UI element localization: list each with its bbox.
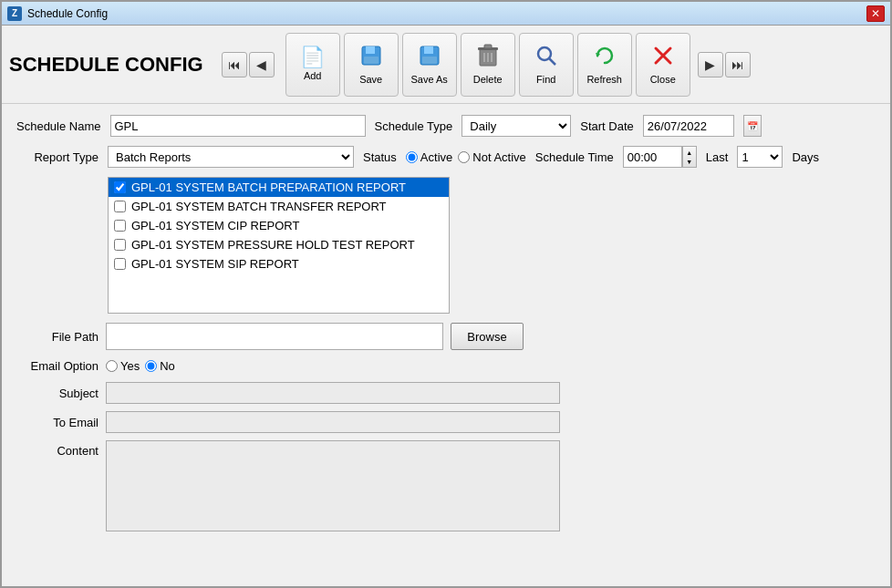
start-date-input[interactable] [643, 115, 734, 137]
svg-point-12 [538, 47, 551, 60]
svg-rect-5 [422, 57, 437, 64]
list-item[interactable]: GPL-01 SYSTEM BATCH PREPARATION REPORT [109, 178, 449, 197]
report-checkbox-1[interactable] [114, 181, 126, 193]
nav-right: ▶ ⏭ [698, 52, 751, 77]
report-checkbox-3[interactable] [114, 220, 126, 232]
date-picker-button[interactable]: 📅 [743, 115, 762, 137]
svg-line-13 [549, 58, 555, 65]
subject-input[interactable] [106, 382, 560, 404]
report-label-5: GPL-01 SYSTEM SIP REPORT [131, 257, 299, 271]
close-icon [651, 44, 675, 71]
status-not-active-radio[interactable] [458, 151, 470, 163]
prev-button[interactable]: ◀ [249, 52, 275, 77]
email-yes-radio[interactable] [106, 360, 118, 372]
email-yes-label[interactable]: Yes [106, 359, 140, 373]
svg-rect-4 [424, 46, 433, 54]
report-list[interactable]: GPL-01 SYSTEM BATCH PREPARATION REPORT G… [108, 177, 450, 314]
svg-rect-1 [366, 46, 375, 54]
status-active-radio[interactable] [406, 151, 418, 163]
schedule-type-select[interactable]: Daily Weekly Monthly [462, 115, 571, 137]
report-type-select[interactable]: Batch Reports [108, 146, 354, 168]
svg-marker-14 [596, 53, 600, 57]
last-label: Last [706, 150, 729, 164]
main-window: Z Schedule Config ✕ SCHEDULE CONFIG ⏮ ◀ … [0, 0, 892, 588]
svg-rect-8 [484, 45, 492, 48]
report-label-1: GPL-01 SYSTEM BATCH PREPARATION REPORT [131, 181, 406, 194]
subject-label: Subject [16, 387, 99, 400]
schedule-time-wrapper: ▲ ▼ [623, 146, 697, 168]
list-item[interactable]: GPL-01 SYSTEM BATCH TRANSFER REPORT [109, 197, 449, 216]
time-spinner[interactable]: ▲ ▼ [682, 146, 697, 168]
status-active-label[interactable]: Active [406, 150, 452, 164]
content-row: Content [16, 440, 876, 531]
to-email-label: To Email [16, 416, 99, 429]
delete-label: Delete [473, 74, 503, 85]
report-label-2: GPL-01 SYSTEM BATCH TRANSFER REPORT [131, 200, 387, 213]
subject-row: Subject [16, 382, 876, 404]
status-label: Status [363, 150, 397, 164]
report-checkbox-4[interactable] [114, 239, 126, 251]
refresh-icon [593, 44, 617, 71]
report-label-4: GPL-01 SYSTEM PRESSURE HOLD TEST REPORT [131, 238, 415, 252]
email-option-row: Email Option Yes No [16, 359, 876, 373]
file-path-row: File Path Browse [16, 323, 876, 350]
schedule-name-label: Schedule Name [16, 119, 101, 133]
status-radio-group: Active Not Active [406, 150, 526, 164]
browse-button[interactable]: Browse [451, 323, 524, 350]
file-path-input[interactable] [106, 323, 443, 350]
status-not-active-label[interactable]: Not Active [458, 150, 526, 164]
report-checkbox-2[interactable] [114, 201, 126, 212]
toolbar: SCHEDULE CONFIG ⏮ ◀ 📄 Add Save [2, 26, 890, 104]
start-date-label: Start Date [580, 119, 634, 133]
title-bar: Z Schedule Config ✕ [2, 2, 890, 26]
last-select[interactable]: 1 2 3 7 14 30 [737, 146, 783, 168]
schedule-time-input[interactable] [623, 146, 682, 168]
email-radio-group: Yes No [106, 359, 175, 373]
schedule-time-label: Schedule Time [535, 150, 614, 164]
window-close-button[interactable]: ✕ [866, 5, 885, 22]
save-label: Save [359, 74, 382, 85]
email-form-section: Subject To Email Content [16, 382, 876, 531]
days-label: Days [792, 150, 819, 164]
close-label: Close [650, 74, 676, 85]
to-email-row: To Email [16, 411, 876, 433]
close-button[interactable]: Close [636, 33, 690, 97]
report-label-3: GPL-01 SYSTEM CIP REPORT [131, 219, 299, 232]
add-button[interactable]: 📄 Add [285, 33, 340, 97]
last-button[interactable]: ⏭ [725, 52, 751, 77]
schedule-name-input[interactable] [110, 115, 366, 137]
saveas-label: Save As [411, 74, 448, 85]
to-email-input[interactable] [106, 411, 560, 433]
report-checkbox-5[interactable] [114, 258, 126, 270]
file-path-label: File Path [16, 330, 99, 344]
main-content: Schedule Name Schedule Type Daily Weekly… [2, 104, 890, 586]
refresh-button[interactable]: Refresh [577, 33, 632, 97]
email-no-radio[interactable] [145, 360, 157, 372]
nav-left: ⏮ ◀ [222, 52, 275, 77]
email-no-label[interactable]: No [145, 359, 175, 373]
svg-rect-2 [364, 57, 379, 64]
add-label: Add [304, 70, 322, 81]
find-icon [534, 44, 558, 71]
report-type-label: Report Type [16, 150, 99, 164]
first-button[interactable]: ⏮ [222, 52, 247, 77]
save-button[interactable]: Save [344, 33, 399, 97]
title-bar-left: Z Schedule Config [7, 6, 108, 21]
add-icon: 📄 [300, 47, 325, 67]
page-title: SCHEDULE CONFIG [9, 53, 203, 77]
saveas-button[interactable]: Save As [402, 33, 457, 97]
find-button[interactable]: Find [519, 33, 574, 97]
save-icon [359, 44, 383, 71]
window-title: Schedule Config [27, 7, 108, 20]
list-item[interactable]: GPL-01 SYSTEM CIP REPORT [109, 216, 449, 235]
content-label: Content [16, 444, 99, 458]
delete-icon [477, 44, 499, 71]
list-item[interactable]: GPL-01 SYSTEM SIP REPORT [109, 254, 449, 273]
report-type-row: Report Type Batch Reports Status Active … [16, 146, 876, 168]
next-button[interactable]: ▶ [698, 52, 723, 77]
schedule-type-label: Schedule Type [375, 119, 453, 133]
list-item[interactable]: GPL-01 SYSTEM PRESSURE HOLD TEST REPORT [109, 235, 449, 254]
find-label: Find [536, 74, 555, 85]
content-textarea[interactable] [106, 440, 560, 531]
delete-button[interactable]: Delete [461, 33, 515, 97]
